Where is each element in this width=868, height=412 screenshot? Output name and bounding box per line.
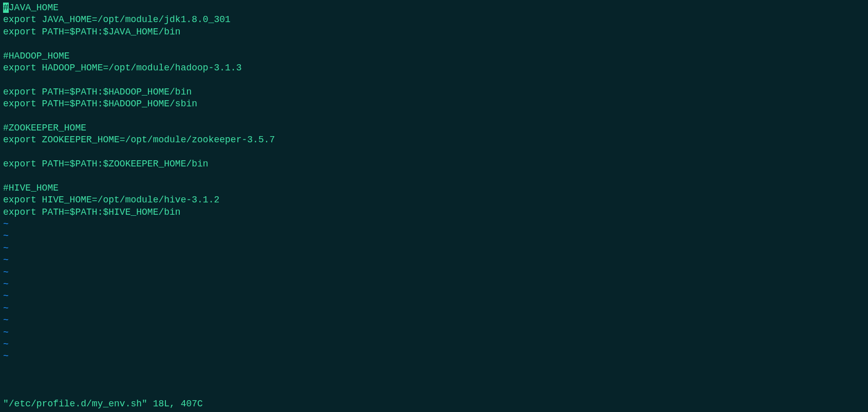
- file-line: [3, 110, 865, 122]
- file-line: #JAVA_HOME: [3, 2, 865, 14]
- file-line: export HADOOP_HOME=/opt/module/hadoop-3.…: [3, 62, 865, 74]
- empty-line-tilde: ~: [3, 290, 865, 302]
- empty-line-tilde: ~: [3, 314, 865, 326]
- file-line: export PATH=$PATH:$HIVE_HOME/bin: [3, 207, 865, 218]
- empty-line-tilde: ~: [3, 339, 865, 350]
- file-line: export PATH=$PATH:$JAVA_HOME/bin: [3, 26, 865, 38]
- line-text: JAVA_HOME: [9, 3, 59, 13]
- vim-editor[interactable]: #JAVA_HOME export JAVA_HOME=/opt/module/…: [3, 2, 865, 410]
- text-buffer[interactable]: #JAVA_HOME export JAVA_HOME=/opt/module/…: [3, 2, 865, 398]
- empty-line-tilde: ~: [3, 230, 865, 242]
- file-line: export JAVA_HOME=/opt/module/jdk1.8.0_30…: [3, 14, 865, 26]
- empty-line-tilde: ~: [3, 278, 865, 290]
- file-line: [3, 146, 865, 158]
- file-line: [3, 38, 865, 50]
- file-line: export PATH=$PATH:$ZOOKEEPER_HOME/bin: [3, 158, 865, 170]
- empty-line-tilde: ~: [3, 303, 865, 314]
- file-line: #HADOOP_HOME: [3, 50, 865, 62]
- empty-line-tilde: ~: [3, 254, 865, 266]
- file-line: export HIVE_HOME=/opt/module/hive-3.1.2: [3, 194, 865, 206]
- file-line: [3, 170, 865, 182]
- empty-line-tilde: ~: [3, 242, 865, 254]
- vim-status-line: "/etc/profile.d/my_env.sh" 18L, 407C: [3, 398, 865, 410]
- file-line: export ZOOKEEPER_HOME=/opt/module/zookee…: [3, 134, 865, 146]
- file-line: export PATH=$PATH:$HADOOP_HOME/sbin: [3, 98, 865, 110]
- file-line: export PATH=$PATH:$HADOOP_HOME/bin: [3, 86, 865, 98]
- cursor: #: [3, 3, 9, 13]
- empty-line-tilde: ~: [3, 350, 865, 362]
- file-line: [3, 74, 865, 86]
- empty-line-tilde: ~: [3, 267, 865, 278]
- file-line: #ZOOKEEPER_HOME: [3, 122, 865, 134]
- file-line: #HIVE_HOME: [3, 182, 865, 194]
- empty-line-tilde: ~: [3, 327, 865, 339]
- empty-line-tilde: ~: [3, 218, 865, 230]
